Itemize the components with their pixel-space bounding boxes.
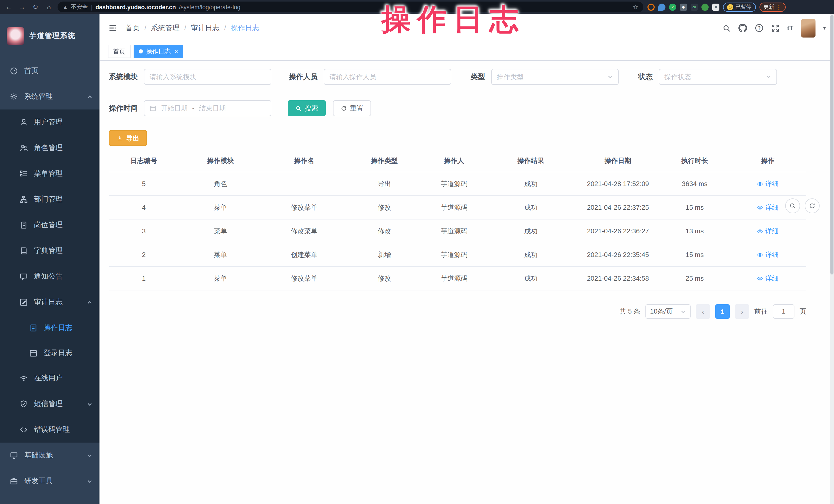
forward-icon[interactable]: →: [18, 3, 27, 11]
extension-icon[interactable]: [648, 3, 655, 10]
gear-icon: [10, 92, 18, 101]
detail-link[interactable]: 详细: [757, 203, 779, 212]
sidebar-item-9[interactable]: 审计日志: [0, 289, 100, 315]
tab-0[interactable]: 首页: [108, 45, 131, 58]
breadcrumb-item-0[interactable]: 首页: [125, 23, 140, 32]
goto-page-input[interactable]: 1: [773, 304, 794, 319]
date-range-input[interactable]: 开始日期 - 结束日期: [144, 100, 271, 116]
sidebar-item-11[interactable]: 登录日志: [0, 340, 100, 366]
sidebar-item-4[interactable]: 菜单管理: [0, 161, 100, 187]
current-page[interactable]: 1: [715, 304, 730, 319]
reload-icon[interactable]: ↻: [31, 3, 40, 11]
active-dot: [139, 49, 143, 53]
sidebar-item-16[interactable]: 研发工具: [0, 468, 100, 494]
sidebar-item-2[interactable]: 用户管理: [0, 109, 100, 135]
sidebar-item-6[interactable]: 岗位管理: [0, 212, 100, 238]
sidebar-item-label: 通知公告: [34, 272, 63, 281]
sidebar-item-14[interactable]: 错误码管理: [0, 417, 100, 443]
user-icon: [20, 118, 28, 127]
sidebar-item-3[interactable]: 角色管理: [0, 135, 100, 161]
close-icon[interactable]: ×: [175, 48, 178, 54]
extension-icon[interactable]: ◆: [680, 3, 687, 10]
book-icon: [20, 247, 28, 255]
cell-name: 修改菜单: [262, 196, 346, 219]
extension-icon[interactable]: v: [669, 3, 676, 10]
update-button[interactable]: 更新 ⋮: [759, 2, 786, 12]
fullscreen-icon[interactable]: [771, 24, 779, 32]
sidebar-item-0[interactable]: 首页: [0, 58, 100, 84]
page-size-select[interactable]: 10条/页: [645, 304, 690, 319]
home-icon[interactable]: ⌂: [44, 3, 53, 11]
operate-log-table: 日志编号操作模块操作名操作类型操作人操作结果操作日期执行时长操作 5角色导出芋道…: [109, 151, 806, 290]
sidebar-item-10[interactable]: 操作日志: [0, 315, 100, 340]
sidebar-item-7[interactable]: 字典管理: [0, 238, 100, 264]
cell-date: 2021-04-26 22:35:45: [576, 243, 660, 266]
search-icon[interactable]: [722, 24, 730, 32]
github-icon[interactable]: [738, 24, 747, 32]
app-logo-row[interactable]: 芋道管理系统: [0, 14, 100, 58]
search-button[interactable]: 搜索: [288, 100, 326, 116]
export-button[interactable]: 导出: [109, 130, 147, 146]
chevron-down-icon: [766, 74, 771, 80]
cell-id: 4: [109, 196, 179, 219]
font-size-icon[interactable]: tT: [787, 24, 793, 32]
sidebar-item-13[interactable]: 短信管理: [0, 391, 100, 417]
sidebar-item-label: 角色管理: [34, 144, 63, 153]
page-scrollbar[interactable]: [830, 14, 834, 504]
cell-duration: 13 ms: [660, 219, 729, 243]
detail-link[interactable]: 详细: [757, 179, 779, 189]
extensions-puzzle-icon[interactable]: ■: [712, 3, 719, 10]
address-separator: |: [91, 4, 92, 10]
tab-1[interactable]: 操作日志×: [134, 45, 183, 58]
back-icon[interactable]: ←: [4, 3, 13, 11]
status-select[interactable]: 操作状态: [659, 69, 777, 85]
collapse-sidebar-icon[interactable]: [108, 24, 117, 32]
breadcrumb-item-1[interactable]: 系统管理: [151, 23, 180, 32]
operator-input[interactable]: 请输入操作人员: [324, 69, 451, 85]
detail-link[interactable]: 详细: [757, 274, 779, 283]
type-select[interactable]: 操作类型: [491, 69, 619, 85]
scrollbar-thumb[interactable]: [830, 15, 833, 275]
next-page-button[interactable]: ›: [735, 304, 749, 319]
toggle-search-button[interactable]: [785, 198, 800, 213]
chevron-down-icon: [607, 74, 613, 80]
reset-button[interactable]: 重置: [333, 100, 371, 116]
module-input[interactable]: 请输入系统模块: [144, 69, 271, 85]
extension-icon[interactable]: on: [690, 3, 698, 10]
breadcrumb-item-2[interactable]: 审计日志: [191, 23, 220, 32]
prev-page-button[interactable]: ‹: [696, 304, 710, 319]
cell-module: 菜单: [179, 243, 262, 266]
chevron-down-icon[interactable]: ▾: [823, 25, 826, 31]
address-bar[interactable]: ▲ 不安全 | dashboard.yudao.iocoder.cn /syst…: [58, 2, 643, 12]
cell-action: 详细: [729, 243, 806, 266]
sidebar-item-12[interactable]: 在线用户: [0, 366, 100, 391]
cell-id: 5: [109, 172, 179, 196]
breadcrumb-separator: /: [184, 24, 186, 32]
extension-icon[interactable]: [658, 3, 665, 10]
sidebar-item-1[interactable]: 系统管理: [0, 84, 100, 109]
cell-module: 角色: [179, 172, 262, 196]
total-count: 共 5 条: [619, 307, 640, 316]
badge-icon: [20, 221, 28, 229]
cell-date: 2021-04-26 22:36:27: [576, 219, 660, 243]
user-avatar[interactable]: [801, 19, 815, 37]
sidebar-item-15[interactable]: 基础设施: [0, 443, 100, 468]
sidebar-item-label: 字典管理: [34, 246, 63, 256]
detail-link[interactable]: 详细: [757, 250, 779, 259]
app-logo: [7, 27, 24, 45]
breadcrumb: 首页/系统管理/审计日志/操作日志: [125, 23, 260, 32]
sidebar-item-8[interactable]: 通知公告: [0, 264, 100, 289]
sidebar-item-5[interactable]: 部门管理: [0, 187, 100, 212]
cell-result: 成功: [485, 243, 576, 266]
table-column-header: 操作模块: [179, 151, 262, 172]
filter-label-type: 类型: [471, 72, 485, 82]
detail-link[interactable]: 详细: [757, 226, 779, 236]
help-icon[interactable]: ?: [754, 24, 763, 32]
chevron-up-icon: [87, 94, 92, 100]
bookmark-star-icon[interactable]: ☆: [633, 3, 638, 10]
cell-date: 2021-04-28 17:52:09: [576, 172, 660, 196]
refresh-table-button[interactable]: [805, 198, 819, 213]
paused-badge[interactable]: ☺ 已暂停: [723, 2, 755, 12]
filter-label-module: 系统模块: [109, 72, 138, 82]
extension-icon[interactable]: [701, 3, 709, 10]
